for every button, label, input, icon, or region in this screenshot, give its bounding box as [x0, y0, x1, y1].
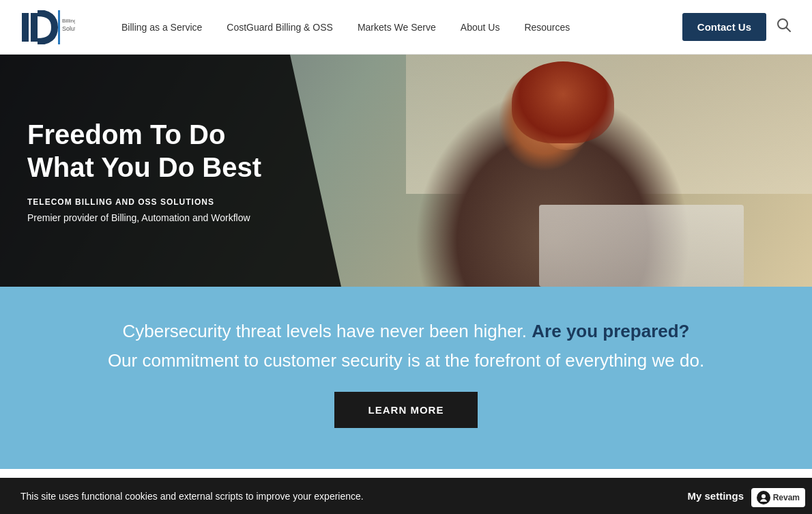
- cyber-section: Cybersecurity threat levels have never b…: [0, 287, 812, 469]
- nav-item-markets[interactable]: Markets We Serve: [345, 22, 448, 33]
- svg-rect-2: [58, 10, 60, 44]
- header: Billing Solutions Billing as a Service C…: [0, 0, 812, 55]
- nav-item-about[interactable]: About Us: [448, 22, 512, 33]
- search-icon[interactable]: [777, 18, 792, 36]
- contact-us-button[interactable]: Contact Us: [682, 13, 766, 41]
- hero-description: Premier provider of Billing, Automation …: [27, 212, 261, 223]
- svg-text:Solutions: Solutions: [62, 25, 75, 32]
- nav-item-resources[interactable]: Resources: [512, 22, 582, 33]
- idi-logo-svg: Billing Solutions: [20, 10, 75, 44]
- hero-subtitle: TELECOM BILLING AND OSS SOLUTIONS: [27, 197, 261, 207]
- svg-line-6: [787, 28, 791, 32]
- main-nav: Billing as a Service CostGuard Billing &…: [109, 22, 676, 33]
- hero-section: Freedom To Do What You Do Best TELECOM B…: [0, 55, 812, 287]
- cyber-line1: Cybersecurity threat levels have never b…: [20, 321, 792, 342]
- logo-area[interactable]: Billing Solutions: [20, 10, 82, 44]
- logo-icon: Billing Solutions: [20, 10, 75, 44]
- cyber-line2: Our commitment to customer security is a…: [20, 350, 792, 371]
- svg-text:Billing: Billing: [62, 18, 75, 24]
- svg-rect-1: [31, 13, 38, 42]
- cyber-bold: Are you prepared?: [532, 321, 689, 341]
- svg-rect-0: [22, 13, 29, 42]
- hero-title: Freedom To Do What You Do Best: [27, 118, 261, 184]
- nav-item-costguard[interactable]: CostGuard Billing & OSS: [214, 22, 345, 33]
- nav-item-billing-service[interactable]: Billing as a Service: [109, 22, 214, 33]
- learn-more-button[interactable]: LEARN MORE: [334, 392, 478, 428]
- hero-content: Freedom To Do What You Do Best TELECOM B…: [27, 118, 261, 223]
